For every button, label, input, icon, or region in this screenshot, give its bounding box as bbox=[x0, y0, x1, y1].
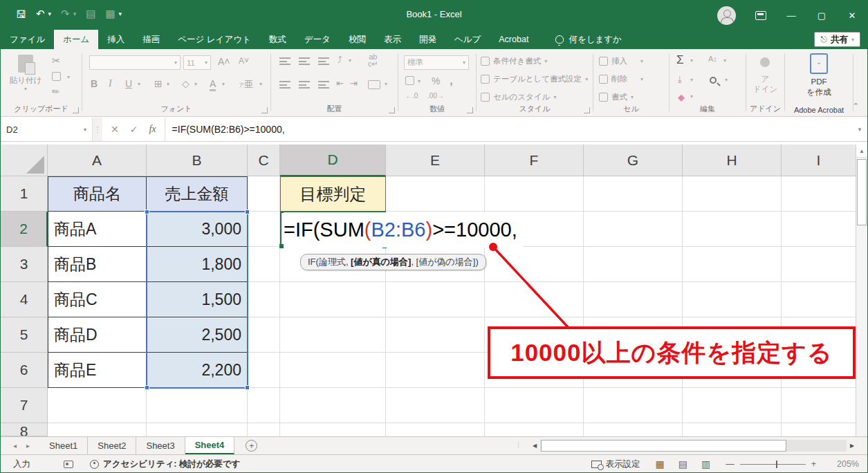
align-middle-icon[interactable] bbox=[299, 57, 310, 65]
zoom-in-icon[interactable]: + bbox=[811, 459, 816, 469]
display-settings-button[interactable]: 表示設定 bbox=[591, 458, 640, 470]
currency-dropdown-icon[interactable]: ▾ bbox=[418, 78, 421, 84]
increase-font-icon[interactable]: A˄ bbox=[218, 56, 230, 67]
new-sheet-icon[interactable]: + bbox=[246, 440, 257, 452]
tab-developer[interactable]: 開発 bbox=[410, 30, 445, 49]
cell-a5[interactable]: 商品D bbox=[48, 317, 147, 353]
tab-help[interactable]: ヘルプ bbox=[445, 30, 490, 49]
addins-icon[interactable] bbox=[760, 57, 770, 67]
row-header-6[interactable]: 6 bbox=[1, 353, 48, 388]
underline-button[interactable]: U bbox=[125, 78, 132, 89]
zoom-slider[interactable] bbox=[740, 464, 806, 465]
currency-icon[interactable] bbox=[405, 75, 414, 88]
sheet-tab-sheet4[interactable]: Sheet4 bbox=[185, 437, 235, 454]
horizontal-scrollbar-thumb[interactable] bbox=[541, 440, 786, 452]
vertical-scrollbar-thumb[interactable] bbox=[857, 159, 867, 225]
zoom-level[interactable]: 205% bbox=[831, 459, 859, 469]
name-box[interactable]: D2 ▾ bbox=[1, 118, 93, 141]
cell-b4[interactable]: 1,500 bbox=[147, 282, 248, 317]
cell-d1[interactable]: 目標判定 bbox=[280, 176, 386, 212]
tab-strip-resize-handle[interactable]: ⋮ bbox=[515, 441, 521, 448]
tab-insert[interactable]: 挿入 bbox=[98, 30, 133, 49]
column-header-d[interactable]: D bbox=[280, 145, 386, 176]
confirm-entry-icon[interactable]: ✓ bbox=[130, 124, 138, 135]
row-header-5[interactable]: 5 bbox=[1, 317, 48, 353]
tab-page-layout[interactable]: ページ レイアウト bbox=[169, 30, 260, 49]
sort-filter-icon[interactable]: A↕ bbox=[708, 55, 717, 63]
addins-button[interactable]: アドイン bbox=[746, 74, 784, 95]
column-header-c[interactable]: C bbox=[248, 145, 280, 176]
column-header-h[interactable]: H bbox=[683, 145, 782, 176]
collapse-ribbon-icon[interactable]: ⌃ bbox=[853, 102, 859, 111]
formula-input[interactable]: =IF(SUM(B2:B6)>=10000, bbox=[165, 118, 852, 141]
expand-formula-bar-icon[interactable]: ▾ bbox=[852, 118, 867, 141]
cut-icon[interactable]: ✂ bbox=[52, 55, 61, 67]
format-painter-icon[interactable]: ✎ bbox=[49, 85, 62, 98]
autosum-dropdown-icon[interactable]: ▾ bbox=[690, 57, 693, 64]
ruby-dropdown-icon[interactable]: ▾ bbox=[259, 81, 262, 87]
fill-color-dropdown-icon[interactable]: ▾ bbox=[194, 81, 197, 87]
cell-b1[interactable]: 売上金額 bbox=[147, 176, 248, 212]
sheet-tab-sheet3[interactable]: Sheet3 bbox=[136, 437, 185, 454]
row-header-2[interactable]: 2 bbox=[1, 212, 48, 247]
zoom-out-icon[interactable]: — bbox=[726, 459, 735, 469]
alignment-dialog-launcher-icon[interactable] bbox=[389, 107, 395, 113]
align-right-icon[interactable] bbox=[318, 81, 329, 89]
fill-color-icon[interactable]: ◇ bbox=[182, 78, 190, 89]
tab-draw[interactable]: 描画 bbox=[133, 30, 169, 49]
select-all-corner[interactable] bbox=[1, 145, 48, 176]
number-dialog-launcher-icon[interactable] bbox=[467, 107, 473, 113]
delete-cells-button[interactable]: 削除▾ bbox=[599, 74, 643, 84]
column-header-e[interactable]: E bbox=[386, 145, 485, 176]
cell-styles-button[interactable]: セルのスタイル▾ bbox=[481, 92, 556, 102]
bold-button[interactable]: B bbox=[91, 78, 98, 89]
cell-b6[interactable]: 2,200 bbox=[147, 353, 248, 388]
cell-a4[interactable]: 商品C bbox=[48, 282, 147, 317]
copy-dropdown-icon[interactable]: ▾ bbox=[67, 74, 70, 80]
cell-a6[interactable]: 商品E bbox=[48, 353, 147, 388]
maximize-button[interactable]: ▢ bbox=[806, 1, 837, 30]
sheet-tab-sheet1[interactable]: Sheet1 bbox=[39, 437, 88, 454]
tab-formulas[interactable]: 数式 bbox=[260, 30, 295, 49]
share-button[interactable]: ⎋ 共有 ▾ bbox=[814, 32, 860, 47]
wrap-text-icon[interactable]: abc↵ bbox=[368, 53, 378, 67]
align-left-icon[interactable] bbox=[279, 81, 290, 89]
autosum-icon[interactable]: Σ bbox=[676, 53, 684, 67]
cell-a3[interactable]: 商品B bbox=[48, 247, 147, 282]
cell-a2[interactable]: 商品A bbox=[48, 212, 147, 247]
insert-cells-button[interactable]: 挿入▾ bbox=[599, 56, 643, 66]
borders-icon[interactable]: ⊞ bbox=[154, 78, 163, 89]
scroll-left-icon[interactable]: ◀ bbox=[529, 440, 540, 452]
macro-record-icon[interactable] bbox=[64, 461, 73, 468]
scroll-up-icon[interactable]: ▲ bbox=[856, 145, 867, 158]
column-header-b[interactable]: B bbox=[147, 145, 248, 176]
tab-data[interactable]: データ bbox=[295, 30, 340, 49]
align-top-icon[interactable] bbox=[279, 57, 290, 65]
clear-icon[interactable]: ◆ bbox=[678, 92, 685, 102]
align-bottom-icon[interactable] bbox=[318, 57, 329, 65]
find-select-icon[interactable] bbox=[710, 74, 717, 86]
ribbon-display-options-button[interactable] bbox=[746, 1, 776, 30]
tab-view[interactable]: 表示 bbox=[375, 30, 410, 49]
column-header-i[interactable]: I bbox=[782, 145, 856, 176]
cell-b2[interactable]: 3,000 bbox=[147, 212, 248, 247]
sort-filter-dropdown-icon[interactable]: ▾ bbox=[723, 57, 726, 64]
orientation-dropdown-icon[interactable]: ▾ bbox=[349, 57, 351, 64]
in-cell-formula-text[interactable]: =IF(SUM(B2:B6)>=10000, bbox=[284, 212, 523, 248]
number-format-combobox[interactable]: 標準▾ bbox=[404, 55, 469, 70]
copy-icon[interactable] bbox=[52, 71, 61, 84]
percent-icon[interactable]: % bbox=[432, 75, 440, 86]
minimize-button[interactable]: — bbox=[776, 1, 806, 30]
italic-button[interactable]: I bbox=[109, 78, 112, 89]
row-header-3[interactable]: 3 bbox=[1, 247, 48, 282]
merge-center-icon[interactable] bbox=[368, 80, 380, 92]
row-header-8[interactable]: 8 bbox=[1, 423, 48, 436]
cell-b3[interactable]: 1,800 bbox=[147, 247, 248, 282]
column-header-a[interactable]: A bbox=[48, 145, 147, 176]
horizontal-scrollbar[interactable]: ◀ ▶ bbox=[529, 439, 858, 452]
font-name-combobox[interactable]: ▾ bbox=[89, 55, 181, 70]
cells-area[interactable]: 商品名 売上金額 商品A 3,000 商品B 1,800 商品C 1,500 商… bbox=[48, 176, 856, 436]
cell-b5[interactable]: 2,500 bbox=[147, 317, 248, 353]
align-center-icon[interactable] bbox=[299, 81, 310, 89]
fill-dropdown-icon[interactable]: ▾ bbox=[690, 77, 693, 83]
